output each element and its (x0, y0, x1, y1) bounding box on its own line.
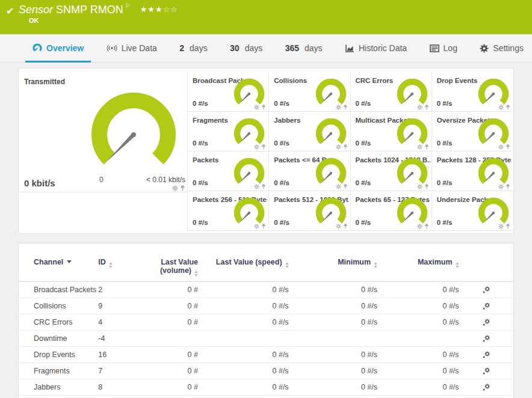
gear-icon[interactable] (498, 144, 504, 150)
table-row[interactable]: Collisions 9 0 # 0 #/s 0 #/s 0 #/s (19, 298, 513, 314)
pin-icon[interactable] (343, 144, 348, 150)
gear-icon[interactable] (336, 224, 341, 229)
mini-gauge-cell[interactable]: CRC Errors 0 #/s (350, 72, 431, 112)
mini-gauge-value: 0 #/s (274, 179, 289, 186)
pin-icon[interactable] (261, 184, 266, 189)
cell-channel[interactable]: Drop Events (19, 347, 98, 363)
column-header-maximum[interactable]: Maximum (377, 243, 459, 282)
gear-icon[interactable] (336, 105, 341, 110)
gear-icon (480, 44, 489, 53)
pin-icon[interactable] (343, 184, 348, 189)
column-header-channel[interactable]: Channel (19, 243, 98, 282)
channel-settings-icon[interactable] (482, 384, 490, 391)
channel-settings-icon[interactable] (482, 302, 490, 310)
pin-icon[interactable] (506, 224, 510, 229)
channel-settings-icon[interactable] (482, 319, 490, 326)
cell-last-value-volume: 0 # (138, 314, 198, 331)
mini-gauge-cell[interactable]: Multicast Packets 0 #/s (350, 112, 431, 152)
gear-icon[interactable] (498, 184, 504, 189)
cell-minimum: 0 #/s (289, 298, 377, 314)
channel-settings-icon[interactable] (482, 286, 490, 294)
pin-icon[interactable] (506, 105, 510, 110)
pin-icon[interactable] (343, 105, 348, 110)
pin-icon[interactable] (180, 185, 185, 191)
pin-icon[interactable] (424, 184, 429, 189)
table-row[interactable]: Jabbers 8 0 # 0 #/s 0 #/s 0 #/s (19, 379, 513, 396)
cell-id: 9 (98, 298, 138, 314)
gear-icon[interactable] (254, 224, 259, 229)
gear-icon[interactable] (336, 144, 341, 150)
gear-icon[interactable] (417, 144, 422, 150)
table-row[interactable]: Broadcast Packets 2 0 # 0 #/s 0 #/s 0 #/… (19, 282, 513, 298)
pin-icon[interactable] (506, 184, 510, 189)
gear-icon[interactable] (498, 105, 504, 110)
gear-icon[interactable] (254, 184, 259, 189)
tab-historic-data[interactable]: Historic Data (338, 34, 414, 62)
tab-settings[interactable]: Settings (472, 34, 531, 62)
cell-channel[interactable]: Collisions (19, 298, 98, 314)
cell-channel[interactable]: Downtime (19, 331, 98, 347)
star-rating[interactable]: ★★★☆☆ (140, 5, 178, 14)
gear-icon[interactable] (417, 224, 422, 229)
table-row[interactable]: CRC Errors 4 0 # 0 #/s 0 #/s 0 #/s (19, 314, 513, 331)
pin-icon[interactable] (261, 144, 266, 150)
tab-log[interactable]: Log (422, 34, 465, 62)
cell-channel[interactable]: CRC Errors (19, 314, 98, 331)
mini-gauge-cell[interactable]: Drop Events 0 #/s (431, 72, 513, 112)
channel-settings-icon[interactable] (482, 335, 490, 343)
pin-icon[interactable] (424, 224, 429, 229)
flag-icon[interactable]: ⚐ (125, 2, 131, 9)
table-row[interactable]: Fragments 7 0 # 0 #/s 0 #/s 0 #/s (19, 363, 513, 379)
primary-gauge-cell[interactable]: Transmitted 0 < 0.01 kbit/s 0 kbit/s (20, 72, 187, 192)
pin-icon[interactable] (506, 144, 510, 150)
table-row[interactable]: Drop Events 16 0 # 0 #/s 0 #/s 0 #/s (19, 347, 513, 363)
gear-icon[interactable] (498, 224, 504, 229)
cell-channel[interactable]: Broadcast Packets (19, 282, 98, 298)
mini-gauge-cell[interactable]: Packets 256 - 511 Bytes 0 #/s (187, 191, 268, 231)
mini-gauge-value: 0 #/s (274, 219, 289, 226)
mini-gauge-cell[interactable]: Packets <= 64 Byte 0 #/s (268, 152, 350, 191)
mini-gauge-cell[interactable]: Packets 1024 - 1518 B... 0 #/s (350, 152, 431, 191)
mini-gauge-cell[interactable]: Jabbers 0 #/s (268, 112, 350, 152)
gear-icon[interactable] (336, 184, 341, 189)
pin-icon[interactable] (261, 105, 266, 110)
gear-icon[interactable] (172, 185, 178, 191)
pin-icon[interactable] (424, 105, 429, 110)
channel-settings-icon[interactable] (482, 367, 490, 375)
cell-last-value-speed (198, 331, 289, 347)
mini-gauge-cell[interactable]: Collisions 0 #/s (268, 72, 350, 112)
cell-maximum: 0 #/s (377, 298, 459, 314)
channel-settings-icon[interactable] (482, 351, 490, 359)
channel-table: Channel ID Last Value (volume) Last Valu… (19, 243, 513, 396)
mini-gauge-cell[interactable]: Fragments 0 #/s (187, 112, 268, 152)
mini-gauge-cell[interactable]: Packets 128 - 255 Bytes 0 #/s (431, 152, 513, 191)
mini-gauge-cell[interactable]: Packets 512 - 1023 Byt... 0 #/s (268, 191, 350, 231)
column-header-last-value-speed[interactable]: Last Value (speed) (198, 243, 289, 282)
cell-last-value-speed: 0 #/s (198, 379, 289, 396)
mini-gauge-cell[interactable]: Packets 0 #/s (187, 152, 268, 191)
table-row[interactable]: Downtime -4 (19, 331, 513, 347)
pin-icon[interactable] (424, 144, 429, 150)
tab-30-days[interactable]: 30 days (223, 34, 270, 62)
mini-gauge-cell[interactable]: Broadcast Packets 0 #/s (187, 72, 268, 112)
tab-overview[interactable]: Overview (25, 34, 91, 62)
gear-icon[interactable] (254, 144, 259, 150)
mini-gauge-cell[interactable]: Undersize Packets 0 #/s (431, 191, 513, 231)
tab-2-days[interactable]: 2 days (172, 34, 214, 62)
gear-icon[interactable] (254, 105, 259, 110)
cell-channel[interactable]: Jabbers (19, 379, 98, 396)
mini-gauge-cell[interactable]: Packets 65 - 127 Bytes 0 #/s (350, 191, 431, 231)
log-icon (430, 44, 439, 52)
cell-channel[interactable]: Fragments (19, 363, 98, 379)
tab-live-data[interactable]: Live Data (99, 34, 164, 62)
pin-icon[interactable] (343, 224, 348, 229)
column-header-id[interactable]: ID (98, 243, 138, 282)
gear-icon[interactable] (417, 184, 422, 189)
gear-icon[interactable] (417, 105, 422, 110)
pin-icon[interactable] (261, 224, 266, 229)
tab-365-days[interactable]: 365 days (278, 34, 330, 62)
mini-gauge-cell[interactable]: Oversize Packets 0 #/s (431, 112, 513, 152)
column-header-minimum[interactable]: Minimum (289, 243, 377, 282)
column-header-last-value-volume[interactable]: Last Value (volume) (138, 243, 198, 282)
sensor-kind-label: Sensor (19, 4, 53, 16)
